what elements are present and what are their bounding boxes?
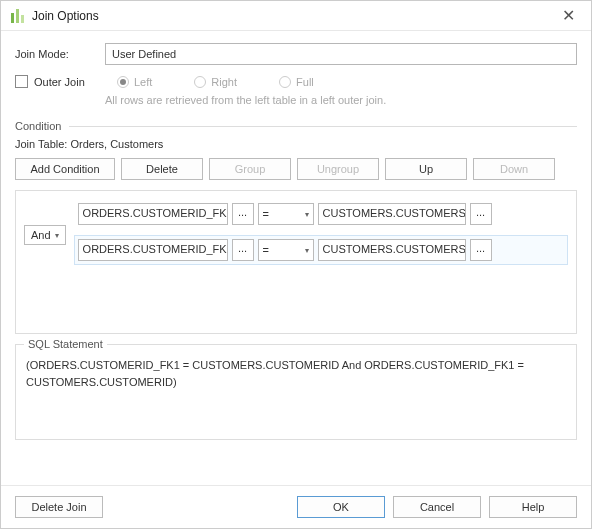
titlebar: Join Options ✕ [1,1,591,31]
radio-right-label: Right [211,76,237,88]
delete-button[interactable]: Delete [121,158,203,180]
join-mode-label: Join Mode: [15,48,105,60]
right-field[interactable]: CUSTOMERS.CUSTOMERS_CUSTOMERID [318,239,466,261]
join-table-label: Join Table: Orders, Customers [15,138,577,150]
dialog-content: Join Mode: Outer Join Left Right Full Al… [1,31,591,485]
window-title: Join Options [32,9,99,23]
logic-operator-label: And [31,229,51,241]
operator-dropdown[interactable]: = ▾ [258,203,314,225]
radio-left: Left [117,76,152,88]
radio-full: Full [279,76,314,88]
join-options-dialog: Join Options ✕ Join Mode: Outer Join Lef… [0,0,592,529]
down-button: Down [473,158,555,180]
left-browse-button[interactable]: ... [232,239,254,261]
chevron-down-icon: ▾ [305,210,309,219]
ok-button[interactable]: OK [297,496,385,518]
right-browse-button[interactable]: ... [470,239,492,261]
group-button: Group [209,158,291,180]
condition-legend: Condition [15,120,61,132]
close-icon[interactable]: ✕ [556,4,581,27]
radio-full-input [279,76,291,88]
operator-dropdown[interactable]: = ▾ [258,239,314,261]
condition-row[interactable]: ORDERS.CUSTOMERID_FK1 ... = ▾ CUSTOMERS.… [74,199,568,229]
sql-legend: SQL Statement [24,338,107,350]
ungroup-button: Ungroup [297,158,379,180]
join-mode-input[interactable] [105,43,577,65]
condition-row[interactable]: ORDERS.CUSTOMERID_FK1 ... = ▾ CUSTOMERS.… [74,235,568,265]
radio-full-label: Full [296,76,314,88]
logic-operator-dropdown[interactable]: And ▾ [24,225,66,245]
cancel-button[interactable]: Cancel [393,496,481,518]
condition-section: Condition Join Table: Orders, Customers … [15,120,577,334]
left-browse-button[interactable]: ... [232,203,254,225]
delete-join-button[interactable]: Delete Join [15,496,103,518]
right-field[interactable]: CUSTOMERS.CUSTOMERS_CUSTOMERID [318,203,466,225]
condition-toolbar: Add Condition Delete Group Ungroup Up Do… [15,158,577,180]
condition-grid: And ▾ ORDERS.CUSTOMERID_FK1 ... = ▾ CUST… [15,190,577,334]
outer-join-checkbox[interactable] [15,75,28,88]
outer-join-label: Outer Join [34,76,85,88]
add-condition-button[interactable]: Add Condition [15,158,115,180]
operator-value: = [263,208,269,220]
dialog-footer: Delete Join OK Cancel Help [1,485,591,528]
right-browse-button[interactable]: ... [470,203,492,225]
chevron-down-icon: ▾ [305,246,309,255]
radio-left-label: Left [134,76,152,88]
sql-text: (ORDERS.CUSTOMERID_FK1 = CUSTOMERS.CUSTO… [26,357,566,390]
outer-join-row: Outer Join Left Right Full [15,75,577,88]
left-field[interactable]: ORDERS.CUSTOMERID_FK1 [78,239,228,261]
outer-join-hint: All rows are retrieved from the left tab… [105,94,577,106]
radio-right-input [194,76,206,88]
operator-value: = [263,244,269,256]
sql-statement-section: SQL Statement (ORDERS.CUSTOMERID_FK1 = C… [15,344,577,440]
left-field[interactable]: ORDERS.CUSTOMERID_FK1 [78,203,228,225]
join-mode-row: Join Mode: [15,43,577,65]
help-button[interactable]: Help [489,496,577,518]
radio-left-input [117,76,129,88]
up-button[interactable]: Up [385,158,467,180]
chevron-down-icon: ▾ [55,231,59,240]
app-icon [11,9,24,23]
radio-right: Right [194,76,237,88]
